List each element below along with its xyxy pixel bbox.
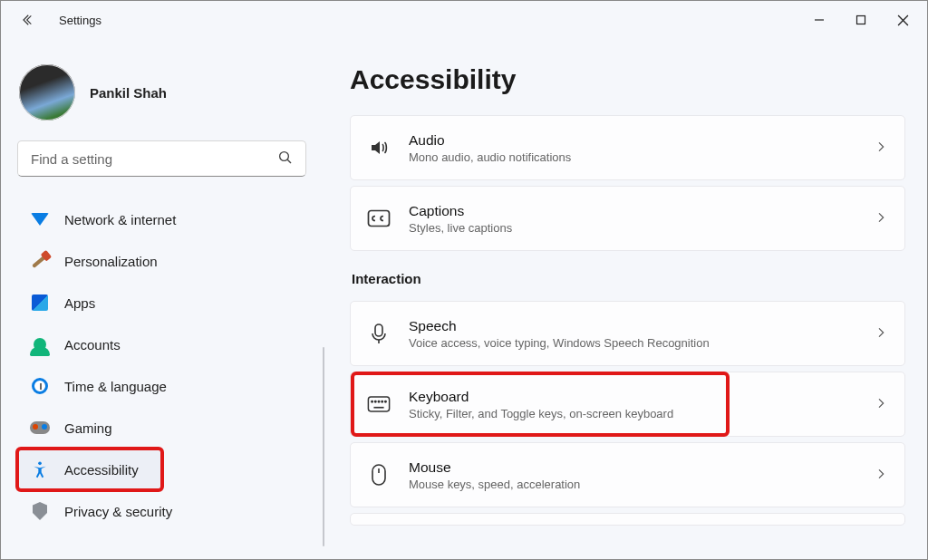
titlebar: Settings bbox=[1, 1, 927, 39]
card-text: Audio Mono audio, audio notifications bbox=[409, 132, 571, 164]
svg-rect-17 bbox=[372, 465, 385, 485]
card-title: Keyboard bbox=[409, 389, 673, 405]
card-text: Keyboard Sticky, Filter, and Toggle keys… bbox=[409, 389, 673, 420]
maximize-button[interactable] bbox=[840, 4, 882, 36]
card-keyboard[interactable]: Keyboard Sticky, Filter, and Toggle keys… bbox=[350, 372, 905, 437]
mic-icon bbox=[367, 322, 391, 345]
sidebar-item-privacy[interactable]: Privacy & security bbox=[17, 490, 314, 532]
card-title: Mouse bbox=[409, 459, 580, 476]
search-input[interactable] bbox=[17, 140, 306, 177]
settings-window: Settings Pankil Shah bbox=[0, 0, 928, 560]
sidebar-item-label: Time & language bbox=[64, 379, 167, 394]
card-audio[interactable]: Audio Mono audio, audio notifications bbox=[350, 115, 905, 180]
card-speech[interactable]: Speech Voice access, voice typing, Windo… bbox=[350, 301, 905, 366]
app-title: Settings bbox=[59, 14, 102, 27]
sidebar-item-label: Gaming bbox=[64, 420, 112, 436]
chevron-right-icon bbox=[874, 467, 888, 484]
card-text: Mouse Mouse keys, speed, acceleration bbox=[409, 459, 580, 491]
svg-point-15 bbox=[385, 401, 386, 401]
svg-point-4 bbox=[280, 152, 289, 161]
profile[interactable]: Pankil Shah bbox=[19, 64, 314, 121]
card-subtitle: Styles, live captions bbox=[409, 221, 512, 235]
svg-point-11 bbox=[372, 401, 372, 401]
avatar bbox=[19, 64, 75, 121]
sidebar-item-label: Apps bbox=[64, 295, 95, 311]
sidebar-item-label: Network & internet bbox=[64, 212, 176, 227]
shield-icon bbox=[30, 501, 50, 521]
card-title: Captions bbox=[409, 203, 512, 219]
chevron-right-icon bbox=[874, 210, 888, 227]
account-icon bbox=[30, 334, 50, 354]
sidebar: Pankil Shah Network & internet Personali… bbox=[1, 39, 323, 559]
card-text: Speech Voice access, voice typing, Windo… bbox=[409, 318, 710, 350]
wifi-icon bbox=[30, 209, 50, 229]
sidebar-item-accessibility[interactable]: Accessibility bbox=[17, 449, 162, 490]
audio-icon bbox=[367, 136, 391, 159]
svg-line-5 bbox=[287, 159, 291, 163]
page-title: Accessibility bbox=[350, 64, 905, 95]
keyboard-icon bbox=[367, 392, 391, 416]
brush-icon bbox=[30, 251, 50, 271]
svg-rect-7 bbox=[369, 211, 390, 227]
sidebar-nav: Network & internet Personalization Apps … bbox=[17, 198, 314, 532]
clock-icon bbox=[30, 376, 50, 396]
card-mouse[interactable]: Mouse Mouse keys, speed, acceleration bbox=[350, 442, 905, 507]
card-text: Captions Styles, live captions bbox=[409, 203, 512, 235]
sidebar-item-label: Accessibility bbox=[64, 462, 139, 478]
sidebar-item-label: Privacy & security bbox=[64, 504, 172, 519]
card-subtitle: Mono audio, audio notifications bbox=[409, 150, 571, 164]
svg-point-6 bbox=[38, 462, 42, 466]
svg-rect-10 bbox=[368, 397, 389, 411]
card-subtitle: Voice access, voice typing, Windows Spee… bbox=[409, 336, 710, 350]
sidebar-item-personalization[interactable]: Personalization bbox=[17, 240, 314, 282]
svg-point-14 bbox=[382, 401, 382, 401]
svg-point-13 bbox=[378, 401, 379, 401]
sidebar-item-apps[interactable]: Apps bbox=[17, 282, 314, 323]
card-subtitle: Mouse keys, speed, acceleration bbox=[409, 478, 580, 491]
search bbox=[17, 140, 306, 177]
card-captions[interactable]: Captions Styles, live captions bbox=[350, 186, 905, 251]
gamepad-icon bbox=[30, 418, 50, 438]
sidebar-item-label: Accounts bbox=[64, 337, 121, 352]
chevron-right-icon bbox=[874, 140, 888, 157]
close-button[interactable] bbox=[882, 4, 923, 36]
main-content: Accessibility Audio Mono audio, audio no… bbox=[323, 39, 927, 559]
settings-cards: Audio Mono audio, audio notifications Ca… bbox=[350, 115, 905, 526]
search-icon bbox=[277, 150, 294, 169]
sidebar-item-time[interactable]: Time & language bbox=[17, 365, 314, 407]
minimize-button[interactable] bbox=[798, 4, 840, 36]
card-title: Speech bbox=[409, 318, 710, 334]
scrollbar-thumb[interactable] bbox=[323, 347, 324, 546]
sidebar-item-accounts[interactable]: Accounts bbox=[17, 323, 314, 365]
profile-name: Pankil Shah bbox=[90, 85, 167, 101]
section-interaction: Interaction bbox=[352, 271, 905, 286]
chevron-right-icon bbox=[874, 325, 888, 343]
sidebar-item-label: Personalization bbox=[64, 254, 158, 269]
captions-icon bbox=[367, 207, 391, 230]
apps-icon bbox=[30, 293, 50, 313]
mouse-icon bbox=[367, 463, 391, 487]
card-subtitle: Sticky, Filter, and Toggle keys, on-scre… bbox=[409, 407, 673, 420]
svg-point-12 bbox=[375, 401, 376, 401]
svg-rect-8 bbox=[375, 324, 382, 336]
card-truncated[interactable] bbox=[350, 513, 905, 526]
window-controls bbox=[798, 4, 923, 36]
body: Pankil Shah Network & internet Personali… bbox=[1, 39, 927, 559]
accessibility-icon bbox=[30, 459, 50, 479]
card-title: Audio bbox=[409, 132, 571, 149]
sidebar-item-network[interactable]: Network & internet bbox=[17, 198, 314, 240]
sidebar-item-gaming[interactable]: Gaming bbox=[17, 407, 314, 449]
chevron-right-icon bbox=[874, 396, 888, 413]
svg-rect-1 bbox=[857, 16, 865, 24]
